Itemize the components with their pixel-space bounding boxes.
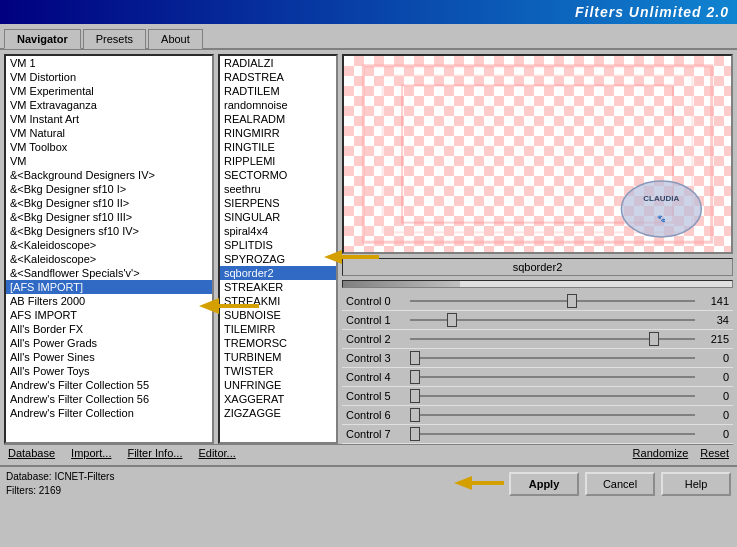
svg-marker-17 (454, 476, 504, 490)
control-slider[interactable] (410, 370, 695, 384)
effect-list-item[interactable]: SPLITDIS (220, 238, 336, 252)
effect-list-item[interactable]: RINGTILE (220, 140, 336, 154)
effect-list-item[interactable]: RADTILEM (220, 84, 336, 98)
filter-list-item[interactable]: VM Toolbox (6, 140, 212, 154)
control-label: Control 1 (346, 314, 406, 326)
slider-thumb[interactable] (410, 370, 420, 384)
filter-list-item[interactable]: Andrew's Filter Collection (6, 406, 212, 420)
filter-list-item[interactable]: All's Power Toys (6, 364, 212, 378)
effect-list-item[interactable]: REALRADM (220, 112, 336, 126)
filter-list-item[interactable]: [AFS IMPORT] (6, 280, 212, 294)
control-slider[interactable] (410, 408, 695, 422)
control-row: Control 70 (342, 425, 733, 444)
svg-text:CLAUDIA: CLAUDIA (643, 194, 679, 203)
filter-list-item[interactable]: All's Power Sines (6, 350, 212, 364)
filter-list-item[interactable]: VM Instant Art (6, 112, 212, 126)
effect-list[interactable]: RADIALZIRADSTREARADTILEMrandomnoiseREALR… (220, 56, 336, 442)
effect-list-item[interactable]: TREMORSC (220, 336, 336, 350)
control-slider[interactable] (410, 332, 695, 346)
reset-button[interactable]: Reset (700, 447, 729, 459)
filter-list-item[interactable]: AB Filters 2000 (6, 294, 212, 308)
effect-list-item[interactable]: sqborder2 (220, 266, 336, 280)
effect-list-item[interactable]: STREAKMI (220, 294, 336, 308)
editor-button[interactable]: Editor... (198, 447, 235, 459)
filter-list-item[interactable]: VM Experimental (6, 84, 212, 98)
filter-list-item[interactable]: All's Border FX (6, 322, 212, 336)
effect-list-item[interactable]: TWISTER (220, 364, 336, 378)
effect-list-item[interactable]: SIERPENS (220, 196, 336, 210)
status-info: Database: ICNET-Filters Filters: 2169 (6, 470, 114, 498)
effect-list-item[interactable]: SINGULAR (220, 210, 336, 224)
filter-list-item[interactable]: &<Kaleidoscope> (6, 238, 212, 252)
filter-list-item[interactable]: VM 1 (6, 56, 212, 70)
filter-list-item[interactable]: AFS IMPORT (6, 308, 212, 322)
tab-presets[interactable]: Presets (83, 29, 146, 49)
slider-thumb[interactable] (410, 427, 420, 441)
effect-list-item[interactable]: RADIALZI (220, 56, 336, 70)
effect-list-item[interactable]: RINGMIRR (220, 126, 336, 140)
database-button[interactable]: Database (8, 447, 55, 459)
effect-list-item[interactable]: SUBNOISE (220, 308, 336, 322)
effect-list-item[interactable]: TURBINEM (220, 350, 336, 364)
filter-list-item[interactable]: VM (6, 154, 212, 168)
filter-list[interactable]: VM 1VM DistortionVM ExperimentalVM Extra… (6, 56, 212, 442)
tab-bar: Navigator Presets About (0, 24, 737, 50)
filter-list-item[interactable]: All's Power Grads (6, 336, 212, 350)
bottom-toolbar: Database Import... Filter Info... Editor… (4, 444, 733, 461)
slider-thumb[interactable] (410, 408, 420, 422)
control-slider[interactable] (410, 294, 695, 308)
filter-list-item[interactable]: &<Bkg Designers sf10 IV> (6, 224, 212, 238)
content-row: VM 1VM DistortionVM ExperimentalVM Extra… (4, 54, 733, 444)
effect-list-item[interactable]: XAGGERAT (220, 392, 336, 406)
filter-list-item[interactable]: VM Extravaganza (6, 98, 212, 112)
effect-list-item[interactable]: ZIGZAGGE (220, 406, 336, 420)
control-value: 0 (699, 409, 729, 421)
effect-list-item[interactable]: SPYROZAG (220, 252, 336, 266)
control-slider[interactable] (410, 351, 695, 365)
apply-button[interactable]: Apply (509, 472, 579, 496)
effect-list-item[interactable]: RIPPLEMI (220, 154, 336, 168)
control-value: 0 (699, 371, 729, 383)
filter-list-item[interactable]: VM Natural (6, 126, 212, 140)
effect-list-item[interactable]: UNFRINGE (220, 378, 336, 392)
control-slider[interactable] (410, 313, 695, 327)
effect-list-item[interactable]: spiral4x4 (220, 224, 336, 238)
control-value: 34 (699, 314, 729, 326)
help-button[interactable]: Help (661, 472, 731, 496)
effect-list-item[interactable]: STREAKER (220, 280, 336, 294)
filter-info-button[interactable]: Filter Info... (127, 447, 182, 459)
import-button[interactable]: Import... (71, 447, 111, 459)
filter-list-item[interactable]: VM Distortion (6, 70, 212, 84)
filter-list-item[interactable]: Andrew's Filter Collection 55 (6, 378, 212, 392)
tab-navigator[interactable]: Navigator (4, 29, 81, 49)
svg-point-14 (621, 181, 701, 237)
effect-list-item[interactable]: RADSTREA (220, 70, 336, 84)
filter-list-item[interactable]: &<Kaleidoscope> (6, 252, 212, 266)
slider-thumb[interactable] (410, 389, 420, 403)
control-slider[interactable] (410, 389, 695, 403)
slider-track (410, 433, 695, 435)
slider-thumb[interactable] (649, 332, 659, 346)
tab-about[interactable]: About (148, 29, 203, 49)
effect-list-item[interactable]: randomnoise (220, 98, 336, 112)
slider-thumb[interactable] (410, 351, 420, 365)
control-slider[interactable] (410, 427, 695, 441)
slider-thumb[interactable] (567, 294, 577, 308)
preview-area: CLAUDIA 🐾 (342, 54, 733, 254)
cancel-button[interactable]: Cancel (585, 472, 655, 496)
randomize-button[interactable]: Randomize (633, 447, 689, 459)
filter-list-item[interactable]: &<Bkg Designer sf10 II> (6, 196, 212, 210)
app-window: Filters Unlimited 2.0 Navigator Presets … (0, 0, 737, 501)
filter-list-item[interactable]: &<Bkg Designer sf10 III> (6, 210, 212, 224)
filter-list-item[interactable]: &<Bkg Designer sf10 I> (6, 182, 212, 196)
filter-list-item[interactable]: &<Background Designers IV> (6, 168, 212, 182)
effect-list-item[interactable]: TILEMIRR (220, 322, 336, 336)
effect-list-item[interactable]: SECTORMO (220, 168, 336, 182)
effect-list-item[interactable]: seethru (220, 182, 336, 196)
filter-list-panel: VM 1VM DistortionVM ExperimentalVM Extra… (4, 54, 214, 444)
filter-list-item[interactable]: Andrew's Filter Collection 56 (6, 392, 212, 406)
control-label: Control 6 (346, 409, 406, 421)
arrow-apply (454, 472, 504, 494)
slider-thumb[interactable] (447, 313, 457, 327)
filter-list-item[interactable]: &<Sandflower Specials'v'> (6, 266, 212, 280)
